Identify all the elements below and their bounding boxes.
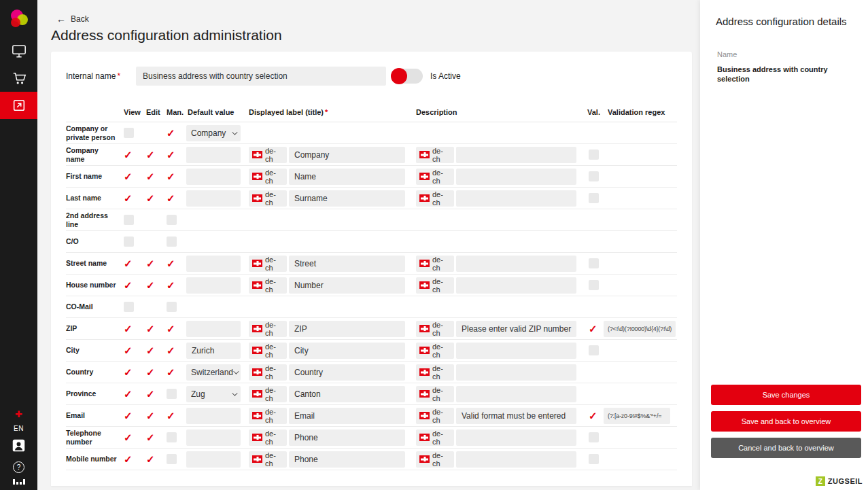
edit-checkmark-icon[interactable]: ✓ (146, 367, 155, 377)
internal-name-input[interactable]: Business address with country selection (136, 67, 386, 86)
man-checkmark-icon[interactable]: ✓ (167, 345, 175, 355)
edit-checkmark-icon[interactable]: ✓ (146, 258, 155, 268)
default-value-input[interactable] (186, 147, 241, 163)
description-input[interactable] (456, 364, 576, 381)
default-value-input[interactable] (186, 190, 241, 207)
description-input[interactable]: Please enter valid ZIP number (456, 321, 576, 337)
man-checkbox[interactable] (167, 432, 177, 442)
edit-checkmark-icon[interactable]: ✓ (146, 454, 155, 464)
man-checkbox[interactable] (167, 215, 177, 225)
default-value-input[interactable] (186, 169, 241, 185)
edit-checkmark-icon[interactable]: ✓ (146, 323, 155, 334)
displayed-label-input[interactable]: Phone (289, 430, 405, 446)
val-checkbox[interactable] (589, 280, 599, 290)
displayed-label-input[interactable]: City (289, 343, 405, 359)
man-checkmark-icon[interactable]: ✓ (167, 410, 175, 421)
val-checkbox[interactable] (589, 454, 599, 464)
val-checkmark-icon[interactable]: ✓ (589, 410, 597, 421)
language-label[interactable]: EN (14, 425, 24, 432)
description-input[interactable] (456, 256, 576, 272)
view-checkmark-icon[interactable]: ✓ (124, 280, 133, 290)
description-input[interactable] (456, 169, 576, 185)
help-icon[interactable]: ? (13, 461, 24, 473)
save-back-button[interactable]: Save and back to overview (711, 411, 861, 432)
edit-checkmark-icon[interactable]: ✓ (146, 280, 155, 290)
default-value-input[interactable] (186, 256, 241, 272)
view-checkmark-icon[interactable]: ✓ (124, 389, 133, 399)
displayed-label-input[interactable]: Number (289, 277, 405, 294)
view-checkmark-icon[interactable]: ✓ (124, 323, 133, 334)
view-checkmark-icon[interactable]: ✓ (124, 258, 133, 268)
default-value-input[interactable]: Zurich (186, 343, 241, 359)
view-checkmark-icon[interactable]: ✓ (124, 193, 133, 203)
view-checkbox[interactable] (124, 215, 134, 225)
displayed-label-input[interactable]: Email (289, 408, 405, 424)
app-logo[interactable] (0, 0, 37, 37)
displayed-label-input[interactable]: Phone (289, 451, 405, 468)
man-checkmark-icon[interactable]: ✓ (167, 171, 175, 181)
default-value-input[interactable] (186, 277, 241, 294)
man-checkbox[interactable] (167, 454, 177, 464)
view-checkmark-icon[interactable]: ✓ (124, 410, 133, 421)
default-value-input[interactable] (186, 321, 241, 337)
default-value-input[interactable] (186, 451, 241, 468)
validation-regex-input[interactable]: (?<!\d)(?!0000)\d{4}(?!\d) (604, 321, 676, 337)
view-checkmark-icon[interactable]: ✓ (124, 171, 133, 181)
man-checkmark-icon[interactable]: ✓ (167, 150, 175, 160)
man-checkbox[interactable] (167, 237, 177, 247)
description-input[interactable] (456, 386, 576, 402)
edit-checkmark-icon[interactable]: ✓ (146, 432, 155, 442)
edit-checkmark-icon[interactable]: ✓ (146, 410, 155, 421)
description-input[interactable] (456, 343, 576, 359)
displayed-label-input[interactable]: Street (289, 256, 405, 272)
edit-checkmark-icon[interactable]: ✓ (146, 150, 155, 160)
man-checkmark-icon[interactable]: ✓ (167, 323, 175, 334)
validation-regex-input[interactable]: (?:[a-z0-9!#$%&'*+/= (604, 408, 670, 424)
view-checkbox[interactable] (124, 128, 134, 138)
description-input[interactable] (456, 190, 576, 207)
default-value-input[interactable] (186, 408, 241, 424)
man-checkbox[interactable] (167, 389, 177, 399)
view-checkmark-icon[interactable]: ✓ (124, 432, 133, 442)
description-input[interactable] (456, 277, 576, 294)
displayed-label-input[interactable]: Country (289, 364, 405, 381)
displayed-label-input[interactable]: Company (289, 147, 405, 163)
man-checkmark-icon[interactable]: ✓ (167, 367, 175, 377)
save-changes-button[interactable]: Save changes (711, 385, 861, 405)
default-value-select[interactable]: Switzerland (186, 364, 241, 381)
sidebar-item-desktop[interactable] (0, 37, 37, 65)
view-checkbox[interactable] (124, 302, 134, 312)
view-checkmark-icon[interactable]: ✓ (124, 454, 133, 464)
default-value-input[interactable] (186, 430, 241, 446)
man-checkmark-icon[interactable]: ✓ (167, 193, 175, 203)
description-input[interactable] (456, 430, 576, 446)
sidebar-item-admin-active[interactable] (0, 92, 37, 119)
cancel-back-button[interactable]: Cancel and back to overview (711, 438, 861, 458)
view-checkmark-icon[interactable]: ✓ (124, 367, 133, 377)
sidebar-item-shop[interactable] (0, 65, 37, 92)
back-link[interactable]: ← Back (56, 14, 89, 24)
val-checkbox[interactable] (589, 432, 599, 442)
man-checkmark-icon[interactable]: ✓ (167, 128, 175, 138)
val-checkbox[interactable] (589, 150, 599, 160)
edit-checkmark-icon[interactable]: ✓ (146, 193, 155, 203)
val-checkmark-icon[interactable]: ✓ (589, 323, 597, 334)
is-active-toggle[interactable] (392, 69, 423, 84)
val-checkbox[interactable] (589, 171, 599, 181)
val-checkbox[interactable] (589, 258, 599, 268)
default-value-select[interactable]: Zug (186, 386, 241, 402)
apps-icon[interactable] (13, 479, 25, 485)
val-checkbox[interactable] (589, 345, 599, 355)
default-value-select[interactable]: Company (186, 125, 241, 141)
edit-checkmark-icon[interactable]: ✓ (146, 389, 155, 399)
displayed-label-input[interactable]: ZIP (289, 321, 405, 337)
displayed-label-input[interactable]: Surname (289, 190, 405, 207)
description-input[interactable]: Valid format must be entered (456, 408, 576, 424)
displayed-label-input[interactable]: Name (289, 169, 405, 185)
view-checkmark-icon[interactable]: ✓ (124, 345, 133, 355)
man-checkmark-icon[interactable]: ✓ (167, 258, 175, 268)
edit-checkmark-icon[interactable]: ✓ (146, 345, 155, 355)
val-checkbox[interactable] (589, 193, 599, 203)
description-input[interactable] (456, 147, 576, 163)
man-checkbox[interactable] (167, 302, 177, 312)
